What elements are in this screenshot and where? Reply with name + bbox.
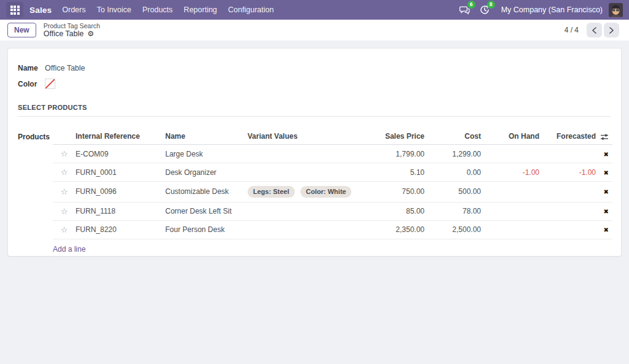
delete-row-icon[interactable]: ✖ [604,208,609,215]
cell-forecasted [539,182,596,203]
cell-name[interactable]: Large Desk [165,145,248,163]
cell-internal-reference[interactable]: E-COM09 [76,145,165,163]
user-avatar[interactable] [609,3,623,17]
cell-cost[interactable]: 78.00 [424,202,481,220]
favorite-star-icon[interactable]: ☆ [61,149,68,158]
optional-columns-button[interactable] [596,129,612,145]
cell-cost[interactable]: 500.00 [424,182,481,203]
add-a-line-row: Add a line [53,239,612,259]
cell-on-hand [481,220,539,239]
breadcrumb-current: Office Table [44,29,84,39]
cell-on-hand: -1.00 [481,163,539,182]
name-field-row: Name Office Table [18,64,611,72]
color-swatch-none[interactable] [45,79,55,89]
table-header-row: Internal Reference Name Variant Values S… [53,129,612,145]
chevron-right-icon [609,27,614,34]
col-on-hand[interactable]: On Hand [481,129,539,145]
cell-cost[interactable]: 2,500.00 [424,220,481,239]
favorite-star-icon[interactable]: ☆ [61,225,68,234]
cell-cost[interactable]: 1,299.00 [424,145,481,163]
name-label: Name [18,64,45,72]
gear-icon[interactable]: ⚙ [87,30,94,37]
select-products-section-title: SELECT PRODUCTS [18,104,611,117]
col-name[interactable]: Name [165,129,248,145]
chevron-left-icon [592,27,597,34]
content-area: Name Office Table Color SELECT PRODUCTS … [0,41,629,364]
cell-forecasted [539,202,596,220]
messages-icon[interactable]: 6 [457,2,473,18]
cell-on-hand [481,182,539,203]
activities-icon[interactable]: 8 [477,2,493,18]
apps-grid-icon [10,6,20,15]
apps-menu-button[interactable] [6,2,23,18]
cell-internal-reference[interactable]: FURN_8220 [76,220,165,239]
nav-menu: Orders To Invoice Products Reporting Con… [57,0,279,20]
avatar-image [609,3,623,17]
cell-name[interactable]: Customizable Desk [165,182,248,203]
col-favorite [53,129,76,145]
nav-item-orders[interactable]: Orders [57,0,91,20]
cell-sales-price[interactable]: 5.10 [363,163,424,182]
cell-name[interactable]: Four Person Desk [165,220,248,239]
pager-previous-button[interactable] [587,23,602,37]
cell-cost[interactable]: 0.00 [424,163,481,182]
messages-badge: 6 [467,1,475,9]
cell-internal-reference[interactable]: FURN_1118 [76,202,165,220]
col-sales-price[interactable]: Sales Price [363,129,424,145]
cell-variant-values [248,145,363,163]
cell-sales-price[interactable]: 85.00 [363,202,424,220]
delete-row-icon[interactable]: ✖ [604,151,609,158]
pager: 4 / 4 [565,23,619,37]
cell-internal-reference[interactable]: FURN_0096 [76,182,165,203]
products-section: Products Internal Reference Name Variant… [18,129,611,260]
nav-item-products[interactable]: Products [137,0,178,20]
cell-variant-values [248,163,363,182]
cell-internal-reference[interactable]: FURN_0001 [76,163,165,182]
variant-tag: Legs: Steel [248,186,295,198]
new-button[interactable]: New [7,23,36,37]
adjust-columns-icon [600,133,609,141]
form-sheet: Name Office Table Color SELECT PRODUCTS … [7,48,622,257]
table-row: ☆ FURN_1118 Corner Desk Left Sit 85.00 7… [53,202,612,220]
breadcrumb-parent-link[interactable]: Product Tag Search [44,22,100,29]
delete-row-icon[interactable]: ✖ [604,169,609,176]
col-variant-values[interactable]: Variant Values [248,129,363,145]
delete-row-icon[interactable]: ✖ [604,188,609,195]
cell-sales-price[interactable]: 750.00 [363,182,424,203]
table-row: ☆ FURN_0096 Customizable Desk Legs: Stee… [53,182,612,203]
pager-next-button[interactable] [604,23,619,37]
cell-forecasted [539,145,596,163]
cell-on-hand [481,145,539,163]
cell-name[interactable]: Desk Organizer [165,163,248,182]
name-input[interactable]: Office Table [45,64,85,72]
table-row: ☆ E-COM09 Large Desk 1,799.00 1,299.00 ✖ [53,145,612,163]
activities-badge: 8 [487,1,495,9]
add-a-line-link[interactable]: Add a line [53,245,85,254]
table-row: ☆ FURN_8220 Four Person Desk 2,350.00 2,… [53,220,612,239]
cell-variant-values [248,202,363,220]
col-internal-reference[interactable]: Internal Reference [76,129,165,145]
nav-item-configuration[interactable]: Configuration [222,0,279,20]
col-forecasted[interactable]: Forecasted [539,129,596,145]
cell-on-hand [481,202,539,220]
favorite-star-icon[interactable]: ☆ [61,187,68,196]
cell-forecasted [539,220,596,239]
app-name[interactable]: Sales [29,6,52,15]
cell-sales-price[interactable]: 1,799.00 [363,145,424,163]
cell-name[interactable]: Corner Desk Left Sit [165,202,248,220]
nav-item-reporting[interactable]: Reporting [178,0,222,20]
col-cost[interactable]: Cost [424,129,481,145]
cell-variant-values: Legs: Steel Color: White [248,182,363,203]
control-panel: New Product Tag Search Office Table ⚙ 4 … [0,20,629,41]
nav-item-to-invoice[interactable]: To Invoice [91,0,136,20]
favorite-star-icon[interactable]: ☆ [61,168,68,177]
color-field-row: Color [18,79,611,89]
favorite-star-icon[interactable]: ☆ [61,207,68,216]
table-row: ☆ FURN_0001 Desk Organizer 5.10 0.00 -1.… [53,163,612,182]
systray: 6 8 My Company (San Francisco) [453,2,623,18]
cell-sales-price[interactable]: 2,350.00 [363,220,424,239]
delete-row-icon[interactable]: ✖ [604,227,609,233]
products-table: Internal Reference Name Variant Values S… [53,129,612,260]
company-switcher[interactable]: My Company (San Francisco) [501,6,603,14]
cell-forecasted: -1.00 [539,163,596,182]
